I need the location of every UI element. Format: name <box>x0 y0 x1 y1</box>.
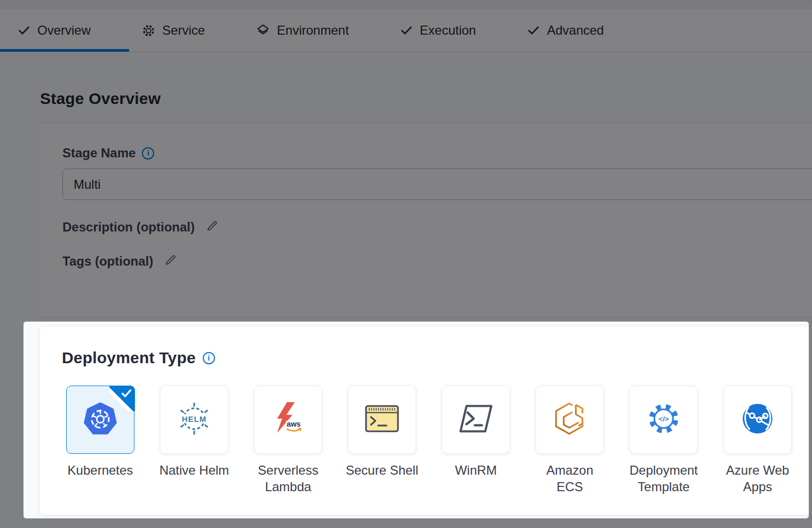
tab-overview[interactable]: Overview <box>18 23 91 38</box>
gear-icon <box>142 24 155 37</box>
deployment-option-kubernetes[interactable] <box>66 386 134 454</box>
deployment-type-options: HELM aws <box>66 386 792 454</box>
tab-advanced[interactable]: Advanced <box>527 23 604 38</box>
option-label: Amazon ECS <box>530 462 610 495</box>
tab-service[interactable]: Service <box>142 23 205 38</box>
azure-globe-logo <box>740 401 775 438</box>
deployment-type-labels: Kubernetes Native Helm Serverless Lambda… <box>60 462 798 495</box>
tab-execution[interactable]: Execution <box>400 23 476 38</box>
option-label: Secure Shell <box>342 462 422 495</box>
deployment-option-serverless-lambda[interactable]: aws <box>254 386 322 454</box>
description-label: Description (optional) <box>62 220 195 235</box>
option-label: Azure Web Apps <box>718 462 798 495</box>
tags-label: Tags (optional) <box>62 254 153 269</box>
tab-label: Service <box>162 23 205 38</box>
info-icon[interactable]: i <box>142 147 154 159</box>
stage-overview-panel: Stage Overview Stage Name i Description … <box>0 52 812 528</box>
page-title: Stage Overview <box>40 90 161 108</box>
svg-text:HELM: HELM <box>182 414 206 423</box>
aws-lambda-logo: aws <box>270 401 306 438</box>
deployment-type-card: Deployment Type i <box>40 326 812 515</box>
amazon-ecs-logo <box>552 401 587 438</box>
stage-tabs: Overview Service Environment Execution A… <box>0 10 812 52</box>
deployment-option-deployment-template[interactable]: </> <box>630 386 698 454</box>
tab-label: Environment <box>277 23 349 38</box>
tab-label: Overview <box>37 23 91 38</box>
powershell-logo <box>458 403 493 436</box>
deployment-option-amazon-ecs[interactable] <box>536 386 604 454</box>
deployment-option-winrm[interactable] <box>442 386 510 454</box>
option-label: Deployment Template <box>624 462 704 495</box>
tab-environment[interactable]: Environment <box>256 23 349 38</box>
option-label: Kubernetes <box>60 462 140 495</box>
svg-text:</>: </> <box>658 415 669 423</box>
check-icon <box>18 24 30 37</box>
stage-name-input[interactable] <box>62 169 812 200</box>
selected-check-icon <box>122 389 131 397</box>
stage-details-card: Stage Name i Description (optional) Tags… <box>38 123 812 318</box>
edit-pencil-icon[interactable] <box>164 252 178 270</box>
edit-pencil-icon[interactable] <box>205 218 220 236</box>
deployment-option-native-helm[interactable]: HELM <box>160 386 228 454</box>
option-label: Serverless Lambda <box>248 462 328 495</box>
check-icon <box>400 24 413 37</box>
gear-code-logo: </> <box>646 401 681 438</box>
deployment-type-title: Deployment Type <box>62 349 196 367</box>
selected-corner-badge <box>109 386 135 411</box>
svg-text:aws: aws <box>286 420 301 428</box>
stage-name-label: Stage Name <box>62 146 136 161</box>
layers-icon <box>256 23 270 37</box>
deployment-option-secure-shell[interactable] <box>348 386 416 454</box>
option-label: WinRM <box>436 462 516 495</box>
pipeline-canvas-dots <box>0 0 812 10</box>
tab-label: Advanced <box>547 23 604 38</box>
deployment-option-azure-web-apps[interactable] <box>723 386 792 454</box>
check-icon <box>527 24 540 37</box>
ssh-terminal-logo <box>365 404 399 435</box>
helm-logo: HELM <box>177 401 212 438</box>
tab-label: Execution <box>420 23 476 38</box>
info-icon[interactable]: i <box>203 352 215 364</box>
option-label: Native Helm <box>154 462 234 495</box>
